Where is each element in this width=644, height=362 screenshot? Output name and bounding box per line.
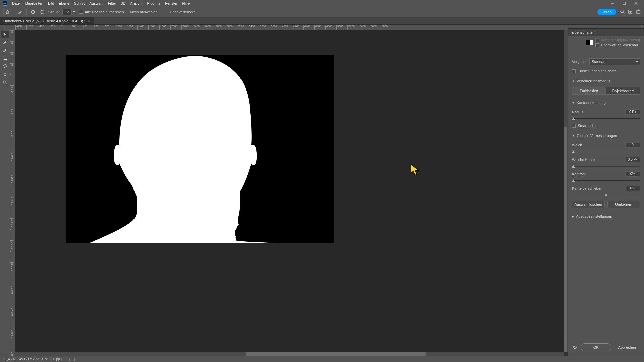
close-icon[interactable]: × bbox=[88, 19, 90, 23]
menu-ansicht[interactable]: Ansicht bbox=[130, 1, 142, 5]
export-icon[interactable] bbox=[636, 9, 641, 15]
minimize-button[interactable] bbox=[607, 0, 618, 6]
select-subject-button[interactable]: Motiv auswählen bbox=[127, 9, 161, 15]
all-layers-label: Alle Ebenen aufnehmen bbox=[85, 10, 124, 14]
document-tab-title: Unbenannt-1 bei 21,5% (Ebene 4 Kopie, RG… bbox=[3, 19, 86, 23]
menu-plugins[interactable]: Plug-ins bbox=[147, 1, 160, 5]
menu-fenster[interactable]: Fenster bbox=[165, 1, 177, 5]
menu-auswahl[interactable]: Auswahl bbox=[89, 1, 103, 5]
app-icon: Ps bbox=[3, 1, 7, 6]
brush-icon bbox=[17, 9, 24, 15]
menu-datei[interactable]: Datei bbox=[12, 1, 21, 5]
document-tab-strip: Unbenannt-1 bei 21,5% (Ebene 4 Kopie, RG… bbox=[0, 17, 644, 25]
size-label: Größe: bbox=[48, 10, 60, 14]
all-layers-checkbox[interactable]: Alle Ebenen aufnehmen bbox=[79, 10, 124, 14]
refine-hair-button[interactable]: Haar verfeinern bbox=[167, 9, 199, 15]
svg-rect-0 bbox=[623, 2, 626, 5]
options-bar: Größe: Alle Ebenen aufnehmen Motiv auswä… bbox=[0, 7, 644, 17]
svg-rect-4 bbox=[629, 10, 632, 13]
subtract-from-selection-icon[interactable] bbox=[39, 9, 46, 15]
brush-size-dropdown[interactable] bbox=[72, 9, 76, 15]
menu-bild[interactable]: Bild bbox=[48, 1, 54, 5]
menu-bar: Ps Datei Bearbeiten Bild Ebene Schrift A… bbox=[0, 0, 644, 7]
workspace-icon[interactable] bbox=[628, 9, 633, 15]
maximize-button[interactable] bbox=[619, 0, 630, 6]
search-icon[interactable] bbox=[620, 9, 625, 15]
svg-rect-5 bbox=[637, 11, 640, 13]
menu-hilfe[interactable]: Hilfe bbox=[182, 1, 190, 5]
svg-point-3 bbox=[621, 10, 623, 13]
menu-schrift[interactable]: Schrift bbox=[74, 1, 85, 5]
menu-filter[interactable]: Filter bbox=[108, 1, 116, 5]
menu-bearbeiten[interactable]: Bearbeiten bbox=[25, 1, 43, 5]
close-button[interactable] bbox=[631, 0, 641, 6]
share-button[interactable]: Teilen bbox=[597, 9, 616, 15]
menu-ebene[interactable]: Ebene bbox=[59, 1, 69, 5]
add-to-selection-icon[interactable] bbox=[30, 9, 36, 15]
document-tab[interactable]: Unbenannt-1 bei 21,5% (Ebene 4 Kopie, RG… bbox=[0, 17, 94, 24]
home-button[interactable] bbox=[3, 8, 11, 16]
brush-size-input[interactable] bbox=[62, 9, 72, 15]
menu-3d[interactable]: 3D bbox=[121, 1, 125, 5]
